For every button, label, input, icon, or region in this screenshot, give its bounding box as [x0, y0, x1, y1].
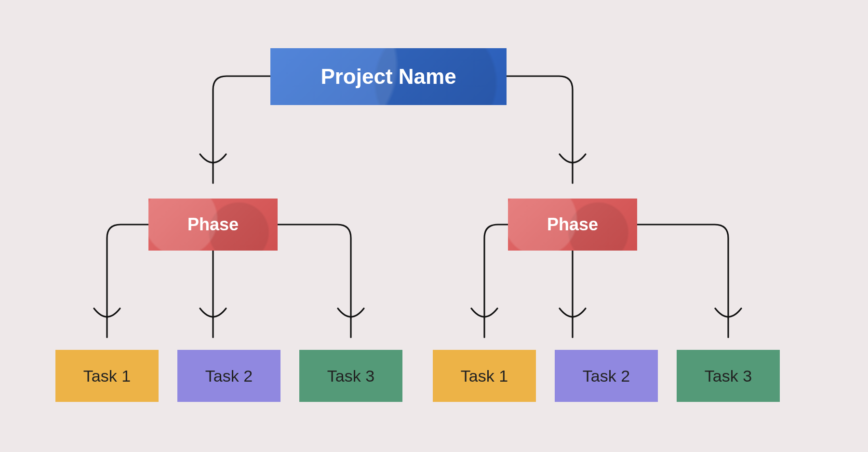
- root-label: Project Name: [320, 65, 456, 89]
- task-label: Task 1: [83, 367, 131, 386]
- phase-label: Phase: [187, 214, 239, 235]
- task-label: Task 3: [705, 367, 752, 386]
- phase-label: Phase: [547, 214, 598, 235]
- phase-node-2: Phase: [508, 199, 637, 251]
- phase-node-1: Phase: [148, 199, 278, 251]
- task-node-right-2: Task 2: [555, 350, 658, 402]
- task-label: Task 2: [583, 367, 630, 386]
- root-node: Project Name: [270, 48, 507, 105]
- task-label: Task 2: [205, 367, 253, 386]
- task-node-left-2: Task 2: [177, 350, 280, 402]
- task-node-right-1: Task 1: [433, 350, 536, 402]
- task-label: Task 3: [327, 367, 374, 386]
- task-label: Task 1: [461, 367, 508, 386]
- task-node-left-3: Task 3: [299, 350, 402, 402]
- task-node-right-3: Task 3: [677, 350, 780, 402]
- task-node-left-1: Task 1: [55, 350, 159, 402]
